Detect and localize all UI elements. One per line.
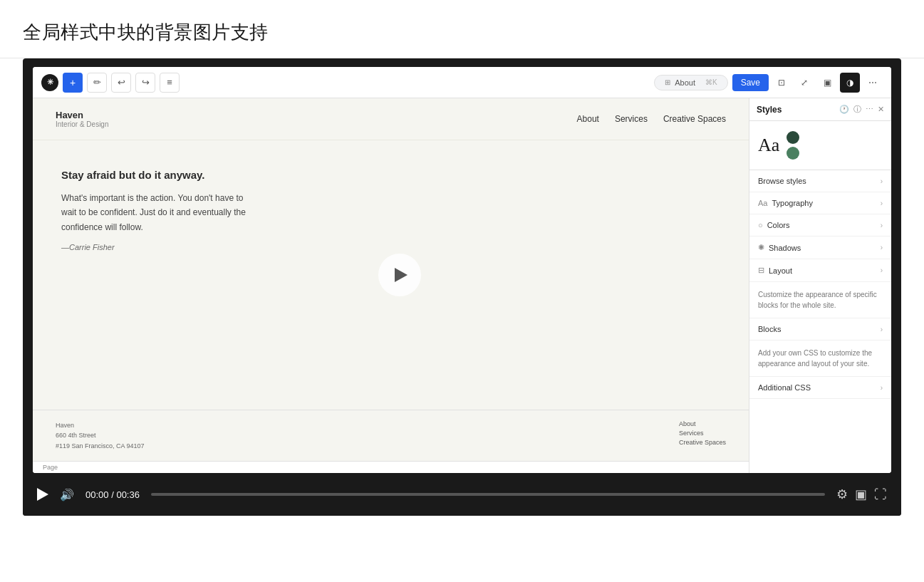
additional-desc: Add your own CSS to customize the appear… xyxy=(749,341,891,377)
info-icon[interactable]: ⓘ xyxy=(853,104,861,115)
time-display: 00:00 / 00:36 xyxy=(85,489,140,500)
footer-address: Haven 660 4th Street #119 San Francisco,… xyxy=(56,420,145,451)
editor-toolbar: ✳ + ✏ ↩ ↪ ≡ ⊞ About ⌘K Save ⊡ ⤢ ▣ ◑ xyxy=(33,67,891,98)
additional-css-chevron: › xyxy=(881,384,883,392)
typography-preview: Aa xyxy=(758,135,779,156)
additional-css-label: Additional CSS xyxy=(758,383,811,392)
canvas-area: Haven Interior & Design About Services C… xyxy=(33,98,749,473)
volume-button[interactable]: 🔊 xyxy=(60,488,74,502)
canvas-content: Stay afraid but do it anyway. What's imp… xyxy=(33,140,749,410)
time-total: 00:36 xyxy=(116,489,140,500)
typography-icon: Aa xyxy=(758,199,767,207)
preview-pill[interactable]: ⊞ About ⌘K xyxy=(654,75,727,90)
wordpress-logo: ✳ xyxy=(41,74,58,91)
menu-button[interactable]: ≡ xyxy=(160,73,180,93)
play-button[interactable] xyxy=(37,488,48,501)
nav-services[interactable]: Services xyxy=(615,114,648,124)
browse-styles-label: Browse styles xyxy=(758,177,806,185)
layout-icon: ⊟ xyxy=(758,266,764,275)
video-container[interactable]: ✳ + ✏ ↩ ↪ ≡ ⊞ About ⌘K Save ⊡ ⤢ ▣ ◑ xyxy=(23,58,901,516)
footer-nav: About Services Creative Spaces xyxy=(679,420,726,451)
ctrl-right-group: ⚙ ▣ ⛶ xyxy=(836,487,887,502)
footer-nav-creative[interactable]: Creative Spaces xyxy=(679,439,726,446)
fullscreen-icon[interactable]: ⛶ xyxy=(874,487,887,502)
site-name: Haven xyxy=(56,110,108,120)
play-icon xyxy=(37,488,48,501)
preview-icon: ⊞ xyxy=(665,78,670,86)
color-dot-dark xyxy=(787,131,799,144)
page-title-area: 全局样式中块的背景图片支持 xyxy=(0,0,924,58)
volume-icon: 🔊 xyxy=(60,488,74,502)
styles-panel-title: Styles xyxy=(757,105,835,115)
quote-attribution: —Carrie Fisher xyxy=(61,243,720,251)
colors-label: ○ Colors xyxy=(758,221,789,229)
blocks-item[interactable]: Blocks › xyxy=(749,318,891,341)
shadows-item[interactable]: ✺ Shadows › xyxy=(749,237,891,259)
layout-item[interactable]: ⊟ Layout › xyxy=(749,259,891,282)
editor-body: Haven Interior & Design About Services C… xyxy=(33,98,891,473)
site-nav: About Services Creative Spaces xyxy=(577,114,726,124)
external-icon-button[interactable]: ⤢ xyxy=(794,73,814,93)
browse-styles-item[interactable]: Browse styles › xyxy=(749,170,891,192)
site-subtitle: Interior & Design xyxy=(56,120,108,128)
undo-button[interactable]: ↩ xyxy=(111,73,131,93)
nav-about[interactable]: About xyxy=(577,114,599,124)
layout-icon-button[interactable]: ▣ xyxy=(817,73,837,93)
color-dots xyxy=(787,131,799,160)
redo-button[interactable]: ↪ xyxy=(135,73,155,93)
colors-icon: ○ xyxy=(758,221,763,229)
shadows-chevron: › xyxy=(881,244,883,251)
color-dot-green xyxy=(787,147,799,160)
edit-button[interactable]: ✏ xyxy=(87,73,107,93)
footer-nav-about[interactable]: About xyxy=(679,420,726,427)
nav-creative-spaces[interactable]: Creative Spaces xyxy=(663,114,726,124)
picture-in-picture-icon[interactable]: ▣ xyxy=(855,487,867,502)
toolbar-right-group: Save ⊡ ⤢ ▣ ◑ ⋯ xyxy=(732,73,883,93)
quote-heading: Stay afraid but do it anyway. xyxy=(61,169,720,181)
options-icon[interactable]: ⋯ xyxy=(866,105,873,114)
typography-label: Aa Typography xyxy=(758,199,813,207)
save-button[interactable]: Save xyxy=(732,74,769,91)
styles-panel-header: Styles 🕐 ⓘ ⋯ ✕ xyxy=(749,98,891,121)
styles-preview: Aa xyxy=(749,121,891,170)
add-block-button[interactable]: + xyxy=(63,73,83,93)
site-logo: Haven Interior & Design xyxy=(56,110,108,128)
time-current: 00:00 xyxy=(85,489,109,500)
blocks-label: Blocks xyxy=(758,325,781,333)
shadows-label: ✺ Shadows xyxy=(758,243,801,252)
footer-address2: #119 San Francisco, CA 94107 xyxy=(56,441,145,451)
settings-icon[interactable]: ⚙ xyxy=(836,487,848,502)
quote-body: What's important is the action. You don'… xyxy=(61,191,261,234)
play-overlay[interactable] xyxy=(378,254,421,296)
typography-item[interactable]: Aa Typography › xyxy=(749,192,891,214)
colors-chevron: › xyxy=(881,222,883,229)
canvas-footer: Haven 660 4th Street #119 San Francisco,… xyxy=(33,410,749,461)
footer-company: Haven xyxy=(56,420,145,430)
editor-mockup: ✳ + ✏ ↩ ↪ ≡ ⊞ About ⌘K Save ⊡ ⤢ ▣ ◑ xyxy=(33,67,891,473)
layout-chevron: › xyxy=(881,266,883,274)
more-icon-button[interactable]: ⋯ xyxy=(863,73,883,93)
site-header: Haven Interior & Design About Services C… xyxy=(33,98,749,140)
dark-icon-button[interactable]: ◑ xyxy=(840,73,860,93)
customize-desc: Customize the appearance of specific blo… xyxy=(749,282,891,318)
colors-item[interactable]: ○ Colors › xyxy=(749,214,891,237)
history-icon[interactable]: 🕐 xyxy=(839,105,849,114)
additional-css-item[interactable]: Additional CSS › xyxy=(749,377,891,399)
footer-address1: 660 4th Street xyxy=(56,430,145,440)
video-inner: ✳ + ✏ ↩ ↪ ≡ ⊞ About ⌘K Save ⊡ ⤢ ▣ ◑ xyxy=(23,67,901,516)
blocks-chevron: › xyxy=(881,326,883,333)
play-overlay-icon xyxy=(395,268,408,282)
typography-chevron: › xyxy=(881,199,883,207)
page-label: Page xyxy=(33,461,749,473)
page-title: 全局样式中块的背景图片支持 xyxy=(23,20,901,45)
browse-styles-chevron: › xyxy=(881,177,883,185)
view-icon-button[interactable]: ⊡ xyxy=(772,73,791,93)
styles-panel: Styles 🕐 ⓘ ⋯ ✕ Aa xyxy=(749,98,891,473)
layout-label: ⊟ Layout xyxy=(758,266,792,275)
video-controls: 🔊 00:00 / 00:36 ⚙ ▣ ⛶ xyxy=(23,473,901,516)
close-icon[interactable]: ✕ xyxy=(878,105,884,114)
preview-label: About xyxy=(675,78,695,87)
preview-shortcut: ⌘K xyxy=(705,78,717,86)
footer-nav-services[interactable]: Services xyxy=(679,430,726,437)
progress-bar[interactable] xyxy=(151,493,825,496)
